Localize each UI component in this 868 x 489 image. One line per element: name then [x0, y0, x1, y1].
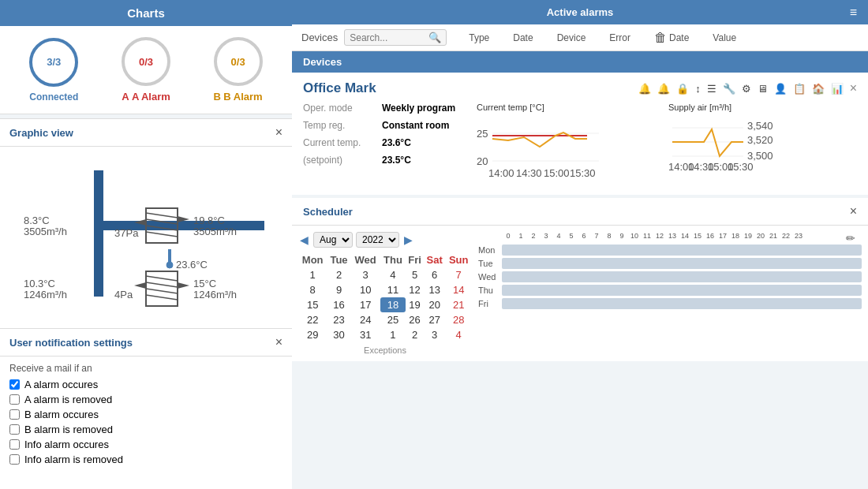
current-temp-label: Current temp.: [303, 137, 382, 148]
cal-day[interactable]: 23: [327, 312, 350, 327]
bell-yellow-icon[interactable]: 🔔: [657, 83, 670, 95]
cal-day[interactable]: 4: [445, 327, 472, 342]
notification-checkbox[interactable]: [9, 454, 20, 465]
svg-text:14:30: 14:30: [516, 167, 542, 179]
cal-day[interactable]: 29: [298, 327, 327, 342]
cal-day[interactable]: 21: [445, 297, 472, 312]
home-icon[interactable]: 🏠: [812, 83, 825, 95]
cal-day[interactable]: 19: [406, 297, 424, 312]
sched-edit-icon[interactable]: ✏: [846, 232, 855, 244]
cal-day[interactable]: 26: [406, 312, 424, 327]
cal-day[interactable]: 25: [380, 312, 406, 327]
notification-checkbox[interactable]: [9, 394, 20, 405]
cal-day[interactable]: 18: [380, 297, 406, 312]
transfer-icon[interactable]: ↕: [695, 83, 701, 95]
graphic-view-svg: 8.3°C 3505m³/h 37Pa 19.8°C 3505m³/h 23.6…: [8, 155, 284, 320]
cal-day[interactable]: 2: [327, 267, 350, 282]
chart-icon[interactable]: 📊: [831, 83, 844, 95]
notification-close[interactable]: ×: [275, 335, 282, 349]
cal-next-btn[interactable]: ▶: [402, 233, 414, 246]
wrench-icon[interactable]: 🔧: [723, 83, 735, 95]
cal-day[interactable]: 2: [406, 327, 424, 342]
doc-icon[interactable]: 📋: [793, 83, 806, 95]
cal-day[interactable]: 30: [327, 327, 350, 342]
notification-checkbox[interactable]: [9, 409, 20, 420]
cal-year-select[interactable]: 2022: [356, 232, 399, 248]
notification-checkbox[interactable]: [9, 439, 20, 450]
cal-day[interactable]: 8: [298, 282, 327, 297]
svg-text:23.6°C: 23.6°C: [176, 259, 208, 271]
person-icon[interactable]: 👤: [774, 83, 787, 95]
cal-day[interactable]: 9: [327, 282, 350, 297]
sched-hour-label: 9: [615, 232, 628, 240]
alarm-search-input[interactable]: [350, 32, 428, 43]
temp-reg-value: Constant room: [382, 120, 449, 131]
sched-bar[interactable]: [502, 244, 862, 256]
cal-day[interactable]: 5: [406, 267, 424, 282]
cal-th-sun: Sun: [445, 252, 472, 267]
sched-day-label: Tue: [478, 259, 502, 268]
list-icon[interactable]: ☰: [707, 83, 716, 95]
lock-icon[interactable]: 🔒: [676, 83, 689, 95]
graphic-view-close[interactable]: ×: [275, 125, 282, 140]
sched-day-row: Thu: [478, 285, 862, 296]
sched-bar[interactable]: [502, 258, 862, 269]
b-alarm-ring: 0/3: [214, 37, 263, 86]
graphic-view-content: 8.3°C 3505m³/h 37Pa 19.8°C 3505m³/h 23.6…: [0, 147, 292, 328]
a-alarm-label: A A Alarm: [122, 91, 170, 103]
cal-month-select[interactable]: Aug: [313, 232, 353, 248]
notification-checkbox-row: Info alarm is removed: [9, 454, 282, 465]
cal-day[interactable]: 17: [351, 297, 380, 312]
cal-day[interactable]: 31: [351, 327, 380, 342]
notification-checkbox[interactable]: [9, 379, 20, 390]
cal-day[interactable]: 24: [351, 312, 380, 327]
cal-day[interactable]: 7: [445, 267, 472, 282]
cal-day[interactable]: 10: [351, 282, 380, 297]
cal-day[interactable]: 12: [406, 282, 424, 297]
cal-prev-btn[interactable]: ◀: [298, 233, 310, 246]
notification-checkbox[interactable]: [9, 424, 20, 435]
cal-day[interactable]: 20: [424, 297, 446, 312]
sched-day-label: Thu: [478, 286, 502, 295]
notification-title: User notification settings: [9, 337, 133, 349]
cal-day[interactable]: 6: [424, 267, 446, 282]
svg-text:15°C: 15°C: [193, 278, 216, 289]
scheduler-close[interactable]: ×: [850, 204, 857, 218]
cal-day[interactable]: 11: [380, 282, 406, 297]
sched-hour-label: 16: [704, 232, 716, 240]
scheduler-content: ◀ Aug 2022 ▶ Mon Tue Wed: [292, 226, 868, 361]
cal-day[interactable]: 4: [380, 267, 406, 282]
device-info-left: Oper. mode Weekly program Temp reg. Cons…: [303, 103, 477, 187]
b-alarm-status[interactable]: 0/3 B B Alarm: [214, 37, 263, 103]
cal-day[interactable]: 15: [298, 297, 327, 312]
notification-checkbox-row: A alarm occures: [9, 379, 282, 390]
connected-status[interactable]: 3/3 Connected: [29, 38, 78, 103]
alarm-search-box[interactable]: 🔍: [344, 29, 447, 46]
cal-day[interactable]: 1: [380, 327, 406, 342]
sched-bar[interactable]: [502, 285, 862, 296]
cal-day[interactable]: 3: [351, 267, 380, 282]
current-temp-chart: Current temp [°C] 25 20 14:00: [477, 103, 665, 187]
connected-ring: 3/3: [29, 38, 78, 87]
cal-day[interactable]: 27: [424, 312, 446, 327]
device-close[interactable]: ×: [850, 81, 857, 95]
sched-bar[interactable]: [502, 271, 862, 282]
sched-hour-label: 14: [679, 232, 691, 240]
cal-day[interactable]: 16: [327, 297, 350, 312]
filter-icon[interactable]: ≡: [850, 6, 857, 20]
server-icon[interactable]: 🖥: [758, 83, 768, 95]
cal-day[interactable]: 22: [298, 312, 327, 327]
cal-day[interactable]: 3: [424, 327, 446, 342]
cal-day[interactable]: 14: [445, 282, 472, 297]
bell-icon[interactable]: 🔔: [638, 83, 651, 95]
sort-icon[interactable]: 🗑: [654, 31, 667, 45]
svg-text:15:00: 15:00: [544, 167, 570, 179]
notification-checkbox-label: B alarm is removed: [24, 424, 113, 435]
sched-bar[interactable]: [502, 298, 862, 309]
cal-day[interactable]: 13: [424, 282, 446, 297]
svg-text:8.3°C: 8.3°C: [24, 215, 50, 226]
cal-day[interactable]: 28: [445, 312, 472, 327]
cal-day[interactable]: 1: [298, 267, 327, 282]
sliders-icon[interactable]: ⚙: [742, 83, 751, 95]
a-alarm-status[interactable]: 0/3 A A Alarm: [122, 37, 170, 103]
